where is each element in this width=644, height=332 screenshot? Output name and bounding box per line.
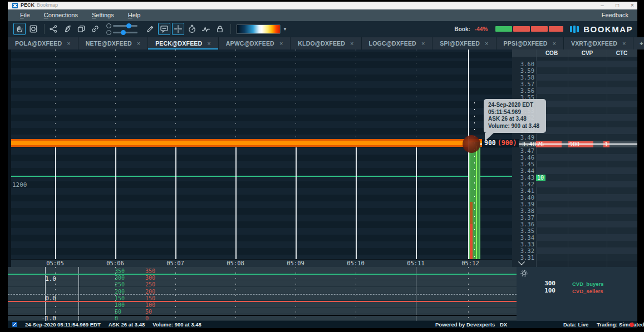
toolbar-separator (44, 24, 45, 34)
window-title: PECK (21, 2, 35, 8)
time-gridline-dotted (416, 49, 416, 140)
status-bar: 24-Sep-2020 05:11:54.969 EDT ASK 26 at 3… (8, 321, 637, 328)
maximize-button[interactable]: □ (612, 2, 623, 9)
chat-bubble-button[interactable] (158, 23, 170, 35)
dom-panel[interactable]: COB CVP CTC 3.603.593.583.573.563.553.54… (512, 49, 637, 267)
heatmap-chart[interactable] (11, 49, 512, 259)
dom-row-3.39[interactable]: 3.39 (512, 201, 637, 207)
tab-apwc[interactable]: APWC@DXFEED× (219, 37, 291, 49)
pencil-draw-button[interactable] (144, 23, 156, 35)
dom-row-3.46[interactable]: 3.46 (512, 154, 637, 161)
dom-row-3.33[interactable]: 3.33 (512, 241, 637, 247)
tooltip-ask: ASK 26 at 3.48 (488, 116, 542, 123)
instrument-tabstrip: POLA@DXFEED×NETE@DXFEED×PECK@DXFEED×APWC… (8, 37, 637, 49)
dom-row-3.57[interactable]: 3.57 (512, 81, 637, 87)
dom-row-3.43[interactable]: 3.4310 (512, 174, 637, 181)
pencil-draw-icon (145, 24, 155, 34)
tab-vxrt[interactable]: VXRT@DXFEED× (564, 37, 633, 49)
bookmap-brand-text: BOOKMAP (583, 24, 633, 34)
dom-row-3.47[interactable]: 3.47 (512, 147, 637, 154)
dom-row-3.36[interactable]: 3.36 (512, 221, 637, 227)
clone-chart-button[interactable] (75, 23, 87, 35)
close-button[interactable]: × (627, 2, 638, 9)
dom-row-3.49[interactable]: 3.49 (512, 134, 637, 141)
tab-ppsi[interactable]: PPSI@DXFEED× (496, 37, 563, 49)
menu-item-help[interactable]: Help (128, 9, 141, 21)
status-powered-by: Powered by Devexperts (435, 321, 495, 328)
minimize-button[interactable]: – (597, 2, 608, 9)
share-button[interactable] (47, 23, 60, 35)
tab-close-icon[interactable]: × (350, 41, 353, 46)
menu-item-feedback[interactable]: Feedback (602, 9, 628, 21)
time-gridline (296, 147, 297, 261)
dom-row-3.32[interactable]: 3.32 (512, 247, 637, 254)
add-tab-button[interactable]: + (633, 37, 644, 49)
tab-peck[interactable]: PECK@DXFEED× (148, 37, 218, 49)
link-charts-button[interactable] (89, 23, 101, 35)
time-gridline-dotted (296, 49, 296, 140)
replay-timer-button[interactable] (186, 23, 198, 35)
dom-row-cells (536, 107, 637, 114)
dom-row-3.34[interactable]: 3.34 (512, 234, 637, 241)
tab-close-icon[interactable]: × (137, 41, 140, 46)
tab-spi[interactable]: SPI@DXFEED× (432, 37, 495, 49)
tab-close-icon[interactable]: × (622, 41, 626, 46)
lock-button[interactable] (214, 23, 226, 35)
dom-header-ctc[interactable]: CTC (605, 50, 638, 56)
dom-row-3.59[interactable]: 3.59 (512, 67, 637, 74)
time-gridline (115, 147, 116, 261)
dom-row-3.45[interactable]: 3.45 (512, 161, 637, 167)
book-pressure-label: Book: (454, 26, 470, 32)
menu-item-connections[interactable]: Connections (44, 9, 78, 21)
dom-row-3.35[interactable]: 3.35 (512, 227, 637, 234)
dom-row-cells (536, 101, 637, 107)
dom-row-cells (536, 201, 637, 207)
tab-close-icon[interactable]: × (67, 41, 70, 46)
slider-knob-bottom[interactable] (121, 30, 126, 35)
dom-header-cob[interactable]: COB (535, 50, 568, 56)
dom-row-3.31[interactable]: 3.31 (512, 254, 637, 261)
time-gridline-dotted (55, 49, 56, 140)
draw-quill-button[interactable] (61, 23, 73, 35)
dom-header-cvp[interactable]: CVP (571, 50, 604, 56)
time-axis[interactable] (11, 259, 512, 267)
tab-kldo[interactable]: KLDO@DXFEED× (291, 37, 361, 49)
tab-nete[interactable]: NETE@DXFEED× (78, 37, 148, 49)
dom-row-3.38[interactable]: 3.38 (512, 207, 637, 214)
legend-value: 100 (533, 287, 555, 294)
dom-row-3.56[interactable]: 3.56 (512, 87, 637, 94)
tab-close-icon[interactable]: × (421, 41, 425, 46)
tab-close-icon[interactable]: × (279, 41, 283, 46)
heatmap-palette-dropdown[interactable] (236, 24, 281, 34)
hand-tool-button[interactable] (13, 23, 26, 35)
trade-bubble[interactable] (463, 135, 480, 153)
crosshair-button[interactable] (172, 23, 184, 35)
dom-row-3.41[interactable]: 3.41 (512, 187, 637, 194)
dom-row-3.58[interactable]: 3.58 (512, 74, 637, 81)
volume-pulse-button[interactable] (200, 23, 212, 35)
dom-row-3.60[interactable]: 3.60 (512, 61, 637, 67)
slider-knob-top[interactable] (126, 23, 131, 28)
menu-item-settings[interactable]: Settings (92, 9, 114, 21)
dom-row-3.44[interactable]: 3.44 (512, 167, 637, 174)
slider-track-top[interactable] (113, 25, 137, 27)
time-axis-label: 05:08 (220, 260, 250, 266)
dom-row-cells (536, 81, 637, 87)
time-axis-label: 05:06 (100, 260, 130, 266)
tab-close-icon[interactable]: × (553, 41, 556, 46)
dom-row-3.40[interactable]: 3.40 (512, 194, 637, 201)
tab-pola[interactable]: POLA@DXFEED× (8, 37, 78, 49)
domain-select-button[interactable] (27, 23, 40, 35)
dom-row-3.37[interactable]: 3.37 (512, 214, 637, 221)
palette-caret-icon[interactable]: ▼ (283, 27, 287, 32)
gear-icon[interactable] (520, 269, 528, 280)
scale-green-value: 300 (115, 275, 131, 281)
tab-logc[interactable]: LOGC@DXFEED× (362, 37, 432, 49)
menu-item-file[interactable]: File (20, 9, 30, 21)
price-label: 3.56 (512, 87, 534, 94)
tab-close-icon[interactable]: × (207, 41, 210, 46)
dom-row-3.42[interactable]: 3.42 (512, 181, 637, 187)
heatmap-contrast-sliders[interactable] (106, 22, 141, 36)
scale-red-value: 150 (145, 295, 162, 301)
tab-close-icon[interactable]: × (485, 41, 488, 46)
